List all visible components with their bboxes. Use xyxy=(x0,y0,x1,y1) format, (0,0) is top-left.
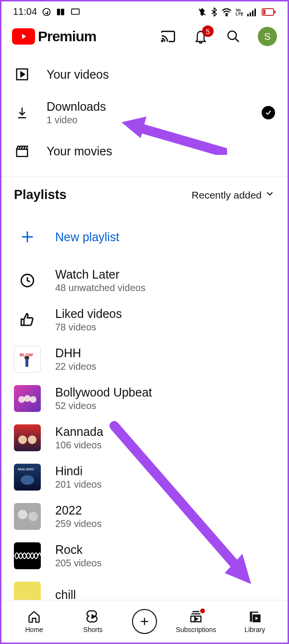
svg-point-28 xyxy=(28,435,36,444)
playlist-liked-videos[interactable]: Liked videos 78 videos xyxy=(1,300,288,340)
playlist-title: Kannada xyxy=(55,425,103,439)
svg-rect-1 xyxy=(57,9,60,15)
nav-shorts[interactable]: Shorts xyxy=(69,609,117,633)
svg-rect-6 xyxy=(247,14,249,16)
playlists-sort-button[interactable]: Recently added xyxy=(192,188,275,201)
clock-icon xyxy=(14,267,41,294)
new-playlist-button[interactable]: New playlist xyxy=(1,213,288,261)
svg-rect-22 xyxy=(25,358,28,367)
playlist-sub: 22 videos xyxy=(55,361,96,372)
downloaded-check-icon xyxy=(262,106,275,119)
your-videos-item[interactable]: Your videos xyxy=(1,58,288,91)
playlist-title: Liked videos xyxy=(55,307,122,321)
status-time: 11:04 xyxy=(13,6,37,17)
playlist-thumbnail: MALANG xyxy=(14,464,41,491)
playlist-watch-later[interactable]: Watch Later 48 unwatched videos xyxy=(1,261,288,300)
avatar-initial: S xyxy=(264,31,270,42)
cast-small-icon xyxy=(71,8,80,16)
nav-label: Subscriptions xyxy=(176,626,216,633)
plus-circle-icon xyxy=(132,609,157,634)
your-movies-item[interactable]: Your movies xyxy=(1,134,288,168)
youtube-play-icon xyxy=(12,28,35,45)
nav-label: Home xyxy=(25,626,43,633)
playlist-item[interactable]: 2022 259 videos xyxy=(1,497,288,536)
svg-point-32 xyxy=(28,512,38,521)
playlist-sub: 205 videos xyxy=(55,558,102,569)
bluetooth-icon xyxy=(211,7,217,17)
svg-point-26 xyxy=(30,396,36,403)
playlist-sub: 52 videos xyxy=(55,400,152,411)
playlist-sub: 78 videos xyxy=(55,322,122,333)
playlist-item[interactable]: Rock 205 videos xyxy=(1,536,288,575)
your-movies-label: Your movies xyxy=(47,144,112,158)
nav-home[interactable]: Home xyxy=(10,609,58,633)
playlists-title: Playlists xyxy=(14,187,67,202)
shorts-icon xyxy=(86,609,100,624)
nav-library[interactable]: Library xyxy=(231,609,279,633)
playlist-thumbnail: BLOW xyxy=(14,346,41,373)
svg-rect-3 xyxy=(72,9,79,14)
youtube-premium-logo[interactable]: Premium xyxy=(12,28,96,45)
account-avatar[interactable]: S xyxy=(258,27,277,46)
downloads-item[interactable]: Downloads 1 video xyxy=(1,91,288,134)
playlist-title: Rock xyxy=(55,543,102,557)
playlist-title: 2022 xyxy=(55,503,102,517)
play-box-icon xyxy=(14,66,30,82)
search-button[interactable] xyxy=(225,28,241,45)
nav-subscriptions[interactable]: Subscriptions xyxy=(172,609,220,633)
svg-rect-12 xyxy=(274,11,276,13)
plus-icon xyxy=(14,223,41,250)
signal-icon xyxy=(247,8,258,16)
downloads-label: Downloads xyxy=(47,100,106,114)
svg-rect-11 xyxy=(263,10,265,14)
svg-rect-9 xyxy=(254,9,256,16)
sort-label: Recently added xyxy=(192,189,262,201)
notifications-button[interactable]: 5 xyxy=(193,28,209,45)
playlist-title: Watch Later xyxy=(55,268,145,281)
thumbs-up-icon xyxy=(14,306,41,333)
nav-label: Library xyxy=(244,626,265,633)
battery-icon xyxy=(262,8,276,16)
mute-icon xyxy=(197,7,207,17)
new-playlist-label: New playlist xyxy=(55,230,119,244)
bottom-nav: Home Shorts Subscriptions Library xyxy=(3,600,286,641)
clapper-icon xyxy=(14,143,30,159)
svg-text:MALANG: MALANG xyxy=(18,467,34,471)
playlist-title: Hindi xyxy=(55,464,102,478)
nav-create[interactable] xyxy=(128,609,161,634)
playlist-item[interactable]: BLOW DHH 22 videos xyxy=(1,340,288,379)
playlist-item[interactable]: MALANG Hindi 201 videos xyxy=(1,457,288,497)
playlist-thumbnail xyxy=(14,424,41,451)
svg-point-24 xyxy=(18,396,25,403)
your-videos-label: Your videos xyxy=(47,68,109,82)
svg-line-15 xyxy=(235,38,239,42)
svg-point-14 xyxy=(228,31,237,40)
playlist-sub: 259 videos xyxy=(55,518,102,529)
chevron-down-icon xyxy=(265,188,275,201)
svg-point-0 xyxy=(43,8,50,15)
library-icon xyxy=(248,609,262,624)
whatsapp-icon xyxy=(42,7,51,17)
playlist-title: DHH xyxy=(55,346,96,360)
home-icon xyxy=(27,609,41,624)
svg-rect-17 xyxy=(17,149,28,156)
playlist-thumbnail xyxy=(14,542,41,569)
playlist-item[interactable]: Kannada 106 videos xyxy=(1,418,288,457)
book-icon xyxy=(56,8,66,16)
svg-point-29 xyxy=(21,475,34,485)
playlist-sub: 48 unwatched videos xyxy=(55,282,145,293)
status-bar: 11:04 VoLTE xyxy=(1,1,288,20)
svg-point-27 xyxy=(18,435,27,444)
downloads-sub: 1 video xyxy=(47,115,106,126)
cast-button[interactable] xyxy=(160,28,176,45)
playlist-sub: 106 videos xyxy=(55,440,103,451)
svg-rect-2 xyxy=(61,9,64,15)
playlist-item[interactable]: Bollywood Upbeat 52 videos xyxy=(1,379,288,418)
svg-point-13 xyxy=(162,40,163,42)
app-header: Premium 5 S xyxy=(1,20,288,53)
svg-point-5 xyxy=(226,14,227,16)
wifi-icon xyxy=(221,8,232,16)
brand-text: Premium xyxy=(38,28,96,45)
svg-point-31 xyxy=(18,510,27,519)
download-icon xyxy=(14,105,30,121)
